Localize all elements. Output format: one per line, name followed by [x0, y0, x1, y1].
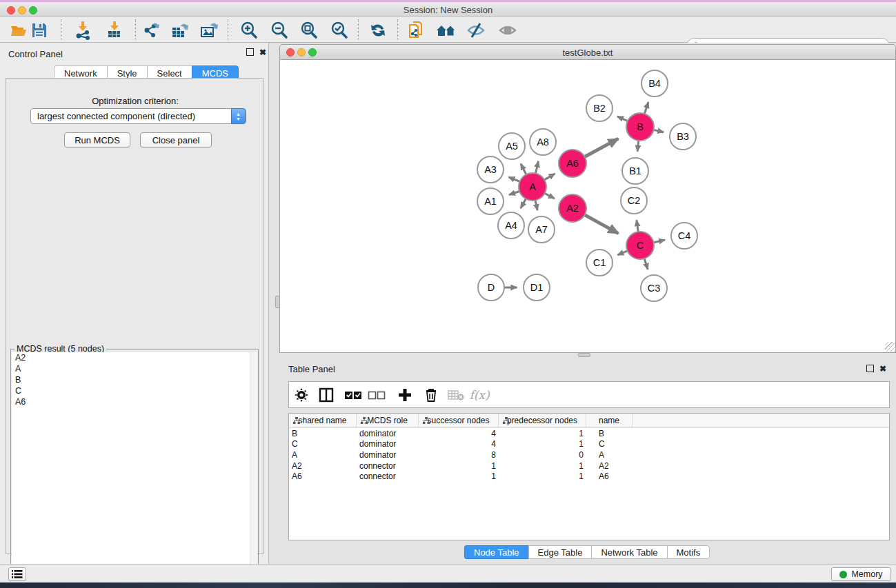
- task-history-button[interactable]: [8, 567, 26, 581]
- cell-successor-nodes[interactable]: 4: [419, 439, 499, 450]
- export-network-icon[interactable]: [141, 20, 161, 41]
- table-row[interactable]: Cdominator41C: [289, 439, 889, 450]
- close-panel-icon[interactable]: ✖: [879, 364, 886, 374]
- open-file-icon[interactable]: [8, 20, 29, 41]
- delete-column-icon[interactable]: [421, 385, 441, 405]
- column-header-shared-name[interactable]: shared name: [289, 414, 357, 427]
- network-window-titlebar[interactable]: testGlobe.txt: [279, 44, 896, 60]
- import-network-icon[interactable]: [72, 20, 93, 41]
- cell-shared-name[interactable]: A: [289, 449, 357, 460]
- close-panel-icon[interactable]: ✖: [259, 48, 266, 57]
- mcds-result-item[interactable]: A6: [12, 396, 257, 407]
- edge-A-A7[interactable]: [535, 201, 537, 210]
- table-row[interactable]: A6connector11A6: [289, 471, 889, 482]
- cell-shared-name[interactable]: A6: [289, 471, 357, 482]
- resize-grip-icon[interactable]: [885, 342, 895, 352]
- cell-name[interactable]: C: [586, 439, 633, 450]
- mcds-result-item[interactable]: A2: [12, 352, 257, 363]
- table-row[interactable]: Bdominator41B: [289, 428, 889, 439]
- edge-B-B4[interactable]: [644, 102, 648, 114]
- cell-successor-nodes[interactable]: 1: [419, 460, 499, 472]
- close-panel-button[interactable]: Close panel: [140, 132, 212, 148]
- cell-shared-name[interactable]: A2: [289, 460, 357, 472]
- column-header-name[interactable]: name: [586, 414, 633, 427]
- edge-A6-B[interactable]: [585, 139, 619, 156]
- edge-B-B2[interactable]: [617, 116, 628, 121]
- cell-shared-name[interactable]: B: [289, 428, 357, 439]
- show-columns-icon[interactable]: [317, 385, 336, 405]
- edge-C-C4[interactable]: [654, 240, 666, 243]
- tab-network-table[interactable]: Network Table: [591, 545, 666, 559]
- scrollbar[interactable]: [250, 352, 257, 576]
- cell-MCDS-role[interactable]: dominator: [357, 428, 419, 439]
- cell-successor-nodes[interactable]: 8: [419, 449, 499, 460]
- cell-name[interactable]: A6: [586, 471, 633, 482]
- table-row[interactable]: Adominator80A: [289, 449, 889, 460]
- node-table[interactable]: shared nameMCDS rolesuccessor nodesprede…: [288, 413, 890, 540]
- cell-predecessor-nodes[interactable]: 0: [499, 449, 586, 460]
- cell-predecessor-nodes[interactable]: 1: [499, 471, 586, 482]
- column-header-MCDS-role[interactable]: MCDS role: [357, 414, 419, 427]
- deselect-all-icon[interactable]: [367, 385, 386, 405]
- cell-MCDS-role[interactable]: connector: [357, 471, 419, 482]
- zoom-out-icon[interactable]: [269, 20, 290, 41]
- edge-C-C3[interactable]: [644, 258, 648, 270]
- cell-MCDS-role[interactable]: dominator: [357, 439, 419, 450]
- settings-gear-icon[interactable]: [292, 385, 311, 405]
- zoom-in-icon[interactable]: [239, 20, 259, 41]
- panel-divider-handle[interactable]: [578, 353, 590, 357]
- cell-MCDS-role[interactable]: connector: [357, 460, 419, 472]
- refresh-icon[interactable]: [368, 20, 388, 41]
- cell-predecessor-nodes[interactable]: 1: [499, 428, 586, 439]
- run-mcds-button[interactable]: Run MCDS: [64, 132, 130, 148]
- mcds-result-list[interactable]: A2ABCA6: [12, 352, 257, 576]
- cell-predecessor-nodes[interactable]: 1: [499, 460, 586, 472]
- export-table-icon[interactable]: [170, 20, 190, 41]
- float-panel-icon[interactable]: [866, 365, 874, 372]
- cell-successor-nodes[interactable]: 4: [419, 428, 499, 439]
- optimization-criterion-select[interactable]: largest connected component (directed) ▲…: [30, 108, 246, 124]
- cell-shared-name[interactable]: C: [289, 439, 357, 450]
- edge-B-B1[interactable]: [637, 141, 639, 152]
- column-header-predecessor-nodes[interactable]: predecessor nodes: [499, 414, 586, 427]
- edge-A2-C[interactable]: [585, 215, 619, 234]
- zoom-fit-icon[interactable]: [299, 20, 319, 41]
- edge-C-C2[interactable]: [637, 220, 638, 232]
- edge-A-A6[interactable]: [544, 174, 555, 180]
- mcds-result-item[interactable]: B: [12, 374, 257, 385]
- tab-motifs[interactable]: Motifs: [667, 545, 710, 559]
- first-neighbors-icon[interactable]: [436, 20, 457, 41]
- clone-network-icon[interactable]: [406, 20, 427, 41]
- column-header-successor-nodes[interactable]: successor nodes: [419, 414, 499, 427]
- network-canvas[interactable]: AA6A2BCA5A8A3A1A4A7B2B4B3B1C2C4C1C3DD1: [279, 60, 896, 353]
- edge-A-A1[interactable]: [509, 192, 519, 195]
- edge-A-A2[interactable]: [545, 193, 555, 199]
- import-table-icon[interactable]: [104, 20, 125, 41]
- edge-A-A3[interactable]: [508, 177, 519, 182]
- hide-selected-icon[interactable]: [466, 20, 486, 41]
- tab-node-table[interactable]: Node Table: [464, 545, 528, 559]
- edge-B-B3[interactable]: [654, 130, 664, 132]
- export-image-icon[interactable]: [199, 20, 219, 41]
- float-panel-icon[interactable]: [246, 48, 254, 56]
- edge-A-A8[interactable]: [535, 161, 538, 174]
- cell-successor-nodes[interactable]: 1: [419, 471, 499, 482]
- cell-name[interactable]: A2: [586, 460, 633, 472]
- cell-name[interactable]: B: [586, 428, 633, 439]
- save-session-icon[interactable]: [29, 20, 50, 41]
- zoom-selected-icon[interactable]: [329, 20, 350, 41]
- add-column-icon[interactable]: [395, 385, 415, 405]
- mcds-result-item[interactable]: A: [12, 363, 257, 374]
- table-row[interactable]: A2connector11A2: [289, 460, 889, 472]
- cell-predecessor-nodes[interactable]: 1: [499, 439, 586, 450]
- cell-MCDS-role[interactable]: dominator: [357, 449, 419, 460]
- mcds-result-item[interactable]: C: [12, 385, 257, 396]
- edge-A-A5[interactable]: [521, 163, 526, 174]
- edge-C-C1[interactable]: [617, 251, 627, 255]
- select-all-icon[interactable]: [344, 385, 363, 405]
- memory-button[interactable]: Memory: [831, 567, 891, 581]
- tab-edge-table[interactable]: Edge Table: [528, 545, 592, 559]
- edge-A-A4[interactable]: [521, 199, 526, 207]
- cell-name[interactable]: A: [586, 449, 633, 460]
- show-all-icon[interactable]: [497, 20, 518, 41]
